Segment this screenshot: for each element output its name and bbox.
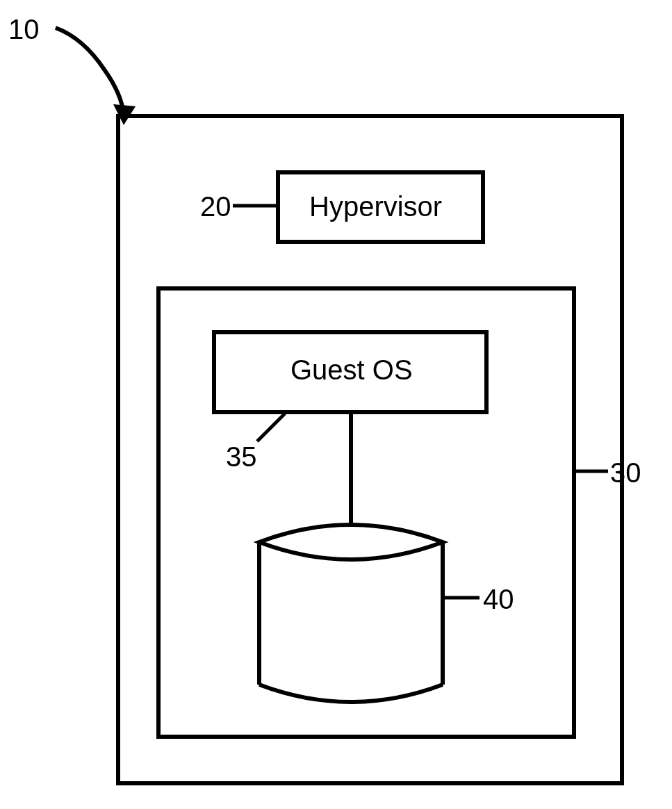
diagram-svg bbox=[0, 0, 672, 809]
label-40: 40 bbox=[483, 584, 514, 615]
leader-35 bbox=[257, 414, 285, 441]
label-system-10: 10 bbox=[8, 14, 40, 45]
arrow-10 bbox=[56, 28, 136, 125]
label-30: 30 bbox=[610, 457, 641, 489]
label-20: 20 bbox=[200, 191, 231, 222]
label-hypervisor: Hypervisor bbox=[309, 191, 442, 222]
label-guest-os: Guest OS bbox=[290, 354, 413, 386]
cylinder-40 bbox=[259, 525, 443, 702]
diagram-canvas: 10 20 Hypervisor 30 Guest OS 35 40 bbox=[0, 0, 672, 809]
label-35: 35 bbox=[226, 441, 257, 473]
